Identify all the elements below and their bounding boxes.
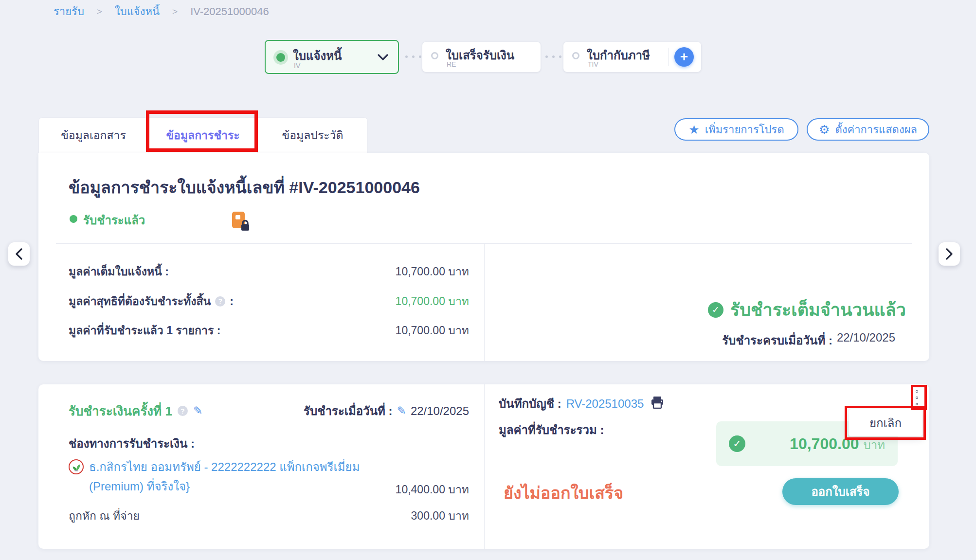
tab-payment-info[interactable]: ข้อมูลการชำระ — [148, 118, 258, 153]
summary-row-full-value: มูลค่าเต็มใบแจ้งหนี้ : 10,700.00 บาท — [69, 263, 469, 280]
withholding-label: ถูกหัก ณ ที่จ่าย — [69, 507, 140, 524]
step-tax-invoice-code: TIV — [588, 60, 598, 68]
accounting-record-row: บันทึกบัญชี : RV-202510035 — [499, 394, 664, 413]
edit-date-pencil-icon[interactable]: ✎ — [397, 404, 406, 417]
step-receipt[interactable]: ใบเสร็จรับเงิน RE — [422, 42, 541, 72]
help-icon[interactable]: ? — [178, 406, 188, 416]
breadcrumb: รายรับ > ใบแจ้งหนี้ > IV-20251000046 — [54, 3, 269, 20]
tab-history-info[interactable]: ข้อมูลประวัติ — [258, 118, 367, 153]
channel-amount: 10,400.00 บาท — [396, 481, 469, 498]
divider — [484, 244, 485, 361]
breadcrumb-income-link[interactable]: รายรับ — [54, 3, 84, 20]
paid-in-full-text: รับชำระเต็มจำนวนแล้ว — [730, 296, 906, 324]
gear-icon: ⚙ — [819, 124, 830, 136]
kebab-menu-icon[interactable] — [916, 390, 918, 405]
status-dot-icon — [70, 215, 77, 223]
tab-document-info[interactable]: ข้อมูลเอกสาร — [39, 118, 148, 153]
cancel-menu-item[interactable]: ยกเลิก — [849, 409, 922, 436]
payment-entry-title: รับชำระเงินครั้งที่ 1 — [69, 401, 172, 421]
chevron-left-icon — [15, 248, 23, 260]
check-circle-icon: ✓ — [708, 302, 723, 318]
add-favorite-button[interactable]: ★ เพิ่มรายการโปรด — [674, 118, 798, 141]
status-badge: รับชำระแล้ว — [83, 211, 145, 230]
issue-receipt-button[interactable]: ออกใบเสร็จ — [782, 478, 899, 505]
help-icon[interactable]: ? — [215, 296, 225, 307]
summary-row-paid: มูลค่าที่รับชำระแล้ว 1 รายการ : 10,700.0… — [69, 322, 469, 339]
step-connector-dots — [545, 55, 561, 58]
breadcrumb-invoice-link[interactable]: ใบแจ้งหนี้ — [115, 3, 160, 20]
record-number-link[interactable]: RV-202510035 — [566, 397, 644, 411]
payment-channel-label: ช่องทางการรับชำระเงิน : — [69, 434, 195, 453]
payment-summary-card: ข้อมูลการชำระใบแจ้งหนี้เลขที่ #IV-202510… — [38, 153, 929, 361]
step-empty-dot-icon — [572, 52, 579, 59]
bank-account-link[interactable]: ธ.กสิกรไทย ออมทรัพย์ - 2222222222 แพ็กเก… — [89, 457, 370, 496]
add-favorite-label: เพิ่มรายการโปรด — [705, 121, 784, 138]
step-invoice-dropdown[interactable]: ใบแจ้งหนี้ IV — [265, 40, 399, 74]
bank-logo-icon — [69, 459, 84, 474]
payment-entry-header: รับชำระเงินครั้งที่ 1 ? ✎ รับชำระเมื่อวั… — [69, 401, 469, 421]
step-receipt-code: RE — [447, 60, 456, 68]
printer-icon[interactable] — [651, 396, 664, 412]
payment-entry-card: รับชำระเงินครั้งที่ 1 ? ✎ รับชำระเมื่อวั… — [38, 384, 929, 549]
page-title: ข้อมูลการชำระใบแจ้งหนี้เลขที่ #IV-202510… — [69, 174, 420, 200]
paid-date-value: 22/10/2025 — [837, 331, 895, 350]
chevron-down-icon — [377, 53, 389, 63]
row-label: มูลค่าเต็มใบแจ้งหนี้ : — [69, 263, 169, 280]
total-received-label: มูลค่าที่รับชำระรวม : — [499, 420, 604, 439]
row-label-colon: : — [230, 295, 234, 308]
payment-date-label: รับชำระเมื่อวันที่ : — [304, 401, 392, 420]
step-connector-dots — [405, 55, 421, 58]
detail-tabs: ข้อมูลเอกสาร ข้อมูลการชำระ ข้อมูลประวัติ — [38, 117, 368, 153]
paid-in-full-banner: ✓ รับชำระเต็มจำนวนแล้ว — [708, 296, 906, 324]
breadcrumb-separator: > — [97, 6, 102, 17]
row-label: มูลค่าที่รับชำระแล้ว 1 รายการ : — [69, 322, 220, 339]
breadcrumb-separator: > — [172, 6, 178, 17]
receipt-not-issued-text: ยังไม่ออกใบเสร็จ — [504, 480, 623, 506]
row-value: 10,700.00 บาท — [396, 322, 469, 339]
previous-document-button[interactable] — [8, 242, 30, 266]
step-divider — [669, 48, 669, 66]
row-value: 10,700.00 บาท — [396, 263, 469, 280]
row-value: 10,700.00 บาท — [396, 292, 469, 310]
step-tax-invoice[interactable]: ใบกำกับภาษี TIV + — [563, 42, 701, 72]
divider — [484, 384, 485, 549]
step-invoice-code: IV — [294, 62, 300, 70]
row-label: มูลค่าสุทธิที่ต้องรับชำระทั้งสิ้น — [69, 292, 211, 310]
display-settings-label: ตั้งค่าการแสดงผล — [835, 121, 917, 138]
invoice-payment-page: รายรับ > ใบแจ้งหนี้ > IV-20251000046 ใบแ… — [0, 0, 976, 560]
step-empty-dot-icon — [431, 52, 438, 59]
paid-complete-date: รับชำระครบเมื่อวันที่ : 22/10/2025 — [722, 331, 895, 350]
total-received-currency: บาท — [863, 435, 885, 454]
edit-title-pencil-icon[interactable]: ✎ — [193, 404, 202, 417]
breadcrumb-current-document: IV-20251000046 — [190, 5, 269, 18]
record-label: บันทึกบัญชี : — [499, 394, 561, 413]
paid-date-label: รับชำระครบเมื่อวันที่ : — [722, 331, 832, 350]
next-document-button[interactable] — [939, 242, 960, 266]
step-active-dot-icon — [276, 53, 285, 62]
star-icon: ★ — [688, 124, 699, 136]
locked-document-icon — [231, 210, 251, 235]
withholding-row: ถูกหัก ณ ที่จ่าย 300.00 บาท — [69, 507, 469, 524]
withholding-amount: 300.00 บาท — [411, 507, 469, 524]
chevron-right-icon — [945, 248, 954, 260]
total-received-amount: 10,700.00 — [790, 435, 859, 453]
add-tax-invoice-button[interactable]: + — [674, 47, 694, 67]
payment-date-value: 22/10/2025 — [411, 404, 469, 418]
display-settings-button[interactable]: ⚙ ตั้งค่าการแสดงผล — [807, 118, 929, 141]
summary-row-net-due: มูลค่าสุทธิที่ต้องรับชำระทั้งสิ้น ? : 10… — [69, 292, 469, 310]
check-circle-icon: ✓ — [729, 435, 745, 452]
